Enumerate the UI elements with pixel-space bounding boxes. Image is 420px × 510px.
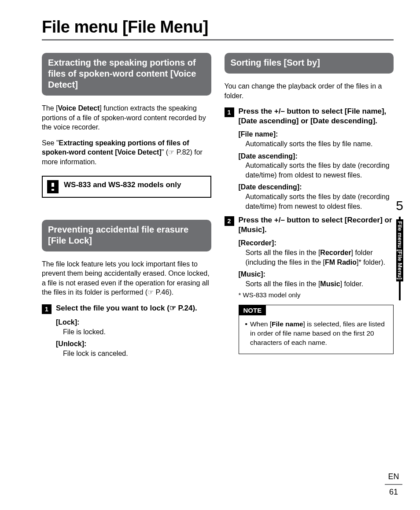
option-file-name: [File name]: Automatically sorts the fil… [239, 129, 394, 148]
note-text: When [File name] is selected, files are … [250, 320, 387, 347]
sort-step-1: 1 Press the +/– button to select [File n… [225, 107, 394, 126]
footnote: * WS-833 model only [239, 291, 394, 299]
file-lock-step-1: 1 Select the file you want to lock (☞ P.… [42, 303, 211, 314]
option-label: File name [241, 130, 273, 138]
sort-step-2: 2 Press the +/– button to select [Record… [225, 215, 394, 235]
option-desc: Automatically sorts the files by date (r… [246, 161, 394, 180]
step-instruction: Select the file you want to lock (☞ P.24… [56, 303, 197, 314]
voice-detect-paragraph-1: The [Voice Detect] function extracts the… [42, 103, 211, 132]
file-lock-paragraph: The file lock feature lets you lock impo… [42, 259, 211, 297]
section-sort-by-heading: Sorting files [Sort by] [225, 53, 394, 74]
side-tab-label: File menu [File Menu] [396, 219, 403, 281]
step-instruction: Press the +/– button to select [File nam… [239, 107, 394, 126]
option-unlock: [Unlock]: File lock is canceled. [56, 339, 211, 358]
title-rule [42, 39, 394, 41]
page-number: 61 [385, 488, 402, 497]
option-desc: Sorts all the files in the [Recorder] fo… [246, 248, 394, 267]
language-code: EN [385, 472, 402, 481]
option-desc: File lock is canceled. [63, 349, 211, 358]
bold-term: Voice Detect [58, 104, 99, 112]
sort-by-paragraph: You can change the playback order of the… [225, 81, 394, 100]
page-footer: EN 61 [385, 472, 402, 497]
model-alert-box: WS-833 and WS-832 models only [42, 176, 211, 198]
step-number: 1 [42, 304, 52, 314]
alert-text: WS-833 and WS-832 models only [64, 180, 181, 190]
alert-icon [47, 180, 59, 193]
option-label: Date descending [241, 183, 297, 191]
option-label: Music [241, 270, 261, 278]
section-voice-detect-heading: Extracting the speaking portions of file… [42, 53, 211, 96]
option-music: [Music]: Sorts all the files in the [Mus… [239, 270, 394, 288]
option-date-ascending: [Date ascending]: Automatically sorts th… [239, 152, 394, 180]
option-lock: [Lock]: File is locked. [56, 318, 211, 336]
right-column: Sorting files [Sort by] You can change t… [225, 53, 394, 361]
option-label: Lock [58, 318, 74, 326]
bullet-icon: • [245, 320, 247, 347]
footer-rule [385, 484, 402, 485]
text: See " [42, 139, 59, 147]
step-number: 1 [225, 107, 234, 117]
note-box: NOTE • When [File name] is selected, fil… [239, 305, 394, 354]
option-recorder: [Recorder]: Sorts all the files in the [… [239, 238, 394, 267]
option-desc: Automatically sorts the files by file na… [246, 139, 394, 149]
option-label: Unlock [58, 340, 81, 347]
note-heading: NOTE [239, 305, 266, 315]
option-date-descending: [Date descending]: Automatically sorts t… [239, 182, 394, 211]
left-column: Extracting the speaking portions of file… [42, 53, 211, 361]
side-tab: 5 File menu [File Menu] [396, 198, 403, 302]
page-title: File menu [File Menu] [42, 18, 394, 37]
step-instruction: Press the +/– button to select [Recorder… [239, 215, 394, 235]
note-body: • When [File name] is selected, files ar… [239, 315, 394, 354]
text: The [ [42, 104, 58, 112]
chapter-number: 5 [396, 198, 403, 213]
option-desc: File is locked. [63, 327, 211, 337]
section-file-lock-heading: Preventing accidental file erasure [File… [42, 220, 211, 251]
option-label: Recorder [241, 239, 272, 247]
option-desc: Sorts all the files in the [Music] folde… [246, 279, 394, 289]
option-desc: Automatically sorts the files by date (r… [246, 192, 394, 211]
option-label: Date ascending [241, 152, 293, 160]
step-number: 2 [225, 216, 234, 226]
voice-detect-paragraph-2: See "Extracting speaking portions of fil… [42, 138, 211, 167]
